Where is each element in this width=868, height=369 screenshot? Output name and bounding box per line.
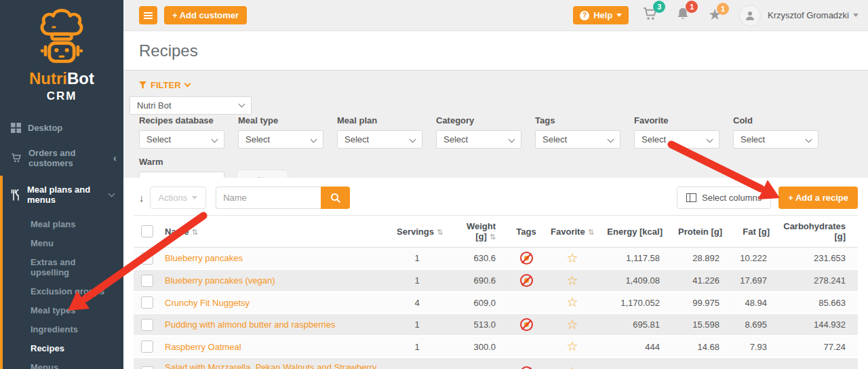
filter-label: Favorite <box>634 115 719 125</box>
sidebar-item-label: Desktop <box>28 123 117 133</box>
hamburger-icon <box>144 12 153 14</box>
recipe-name-link[interactable]: Salad with Mozzarella, Pekan Walnuts and… <box>165 362 376 369</box>
sidebar-subitem-recipes[interactable]: Recipes <box>3 339 123 358</box>
row-checkbox[interactable] <box>141 296 153 309</box>
table-toolbar: ↓ Actions Select columns + Add a rec <box>134 187 858 209</box>
cold-select[interactable]: Select <box>733 130 818 149</box>
search-button[interactable] <box>321 187 350 209</box>
user-menu[interactable]: Krzysztof Gromadzki <box>768 10 859 20</box>
sidebar-item-label: Meal plans and menus <box>27 184 102 205</box>
bell-notifications-button[interactable]: 1 <box>675 6 690 24</box>
weight-cell: 609.0 <box>441 292 507 313</box>
sidebar-subitem-meal-plans[interactable]: Meal plans <box>3 215 123 234</box>
table-row: Pudding with almond butter and raspberri… <box>134 313 858 336</box>
meal-plan-select[interactable]: Select <box>337 130 422 149</box>
weight-cell: 690.6 <box>441 269 507 292</box>
tags-cell <box>507 248 546 270</box>
fat-cell: 7.93 <box>726 336 774 357</box>
meal-type-select[interactable]: Select <box>238 130 323 149</box>
filter-label: Tags <box>535 115 620 125</box>
filter-panel: FILTER Nutri Bot Recipes database Select… <box>123 71 868 178</box>
workspace-select[interactable]: Nutri Bot <box>130 96 252 115</box>
sidebar-subitem-label: Menu <box>31 238 54 248</box>
favorite-star-icon[interactable]: ☆ <box>566 251 578 265</box>
favorite-cell: ☆ <box>546 336 599 357</box>
column-header-servings[interactable]: Servings⇅ <box>393 216 441 248</box>
sidebar-subitem-exclusion-groups[interactable]: Exclusion groups <box>3 282 123 301</box>
recipe-name-link[interactable]: Crunchy Fit Nuggetsy <box>165 298 250 308</box>
recipe-name-link[interactable]: Pudding with almond butter and raspberri… <box>165 319 335 330</box>
row-checkbox[interactable] <box>141 319 153 331</box>
search-group <box>216 187 350 209</box>
user-avatar[interactable] <box>739 5 761 26</box>
sidebar-subitem-ingredients[interactable]: Ingredients <box>3 320 123 339</box>
sidebar-active-section: Meal plans and menus Meal plansMenuExtra… <box>0 176 123 369</box>
sidebar: NutriBot CRM Desktop Orders and customer… <box>0 0 123 369</box>
tags-select[interactable]: Select <box>535 130 620 149</box>
sidebar-subitem-menus[interactable]: Menus <box>3 358 123 369</box>
title-bar: Recipes <box>123 31 868 71</box>
recipe-name-link[interactable]: Raspberry Oatmeal <box>165 342 241 352</box>
sidebar-item-meal-plans-menus[interactable]: Meal plans and menus <box>3 177 123 212</box>
row-checkbox[interactable] <box>141 366 153 369</box>
question-icon: ? <box>580 11 589 20</box>
protein-cell: 15.598 <box>667 313 726 336</box>
servings-cell: 1 <box>393 248 441 270</box>
hamburger-menu-button[interactable] <box>139 6 157 24</box>
sidebar-subitem-meal-types[interactable]: Meal types <box>3 301 123 320</box>
carbs-cell: 144.932 <box>774 313 858 336</box>
recipes-database-select[interactable]: Select <box>139 130 224 149</box>
favorite-select[interactable]: Select <box>634 130 719 149</box>
sidebar-subitem-extras-and-upselling[interactable]: Extras and upselling <box>3 253 123 282</box>
select-all-checkbox[interactable] <box>141 225 153 237</box>
cart-notifications-button[interactable]: 3 <box>642 6 658 24</box>
row-checkbox[interactable] <box>141 341 153 353</box>
add-recipe-button[interactable]: + Add a recipe <box>778 187 858 209</box>
recipe-name-link[interactable]: Blueberry pancakes (vegan) <box>165 275 275 286</box>
favorite-star-icon[interactable]: ☆ <box>566 365 578 369</box>
search-input[interactable] <box>216 187 321 209</box>
favorite-star-icon[interactable]: ☆ <box>566 295 578 309</box>
select-columns-button[interactable]: Select columns <box>677 187 771 209</box>
column-header-name[interactable]: Name⇅ <box>161 216 393 248</box>
chevron-down-icon <box>108 191 115 197</box>
weight-cell: 300.0 <box>441 336 507 357</box>
sort-order-icon[interactable]: ↓ <box>139 192 144 203</box>
favorite-star-icon[interactable]: ☆ <box>566 317 578 332</box>
add-customer-button[interactable]: + Add customer <box>164 6 247 24</box>
filter-label: Category <box>436 115 521 125</box>
sidebar-item-desktop[interactable]: Desktop <box>0 115 123 140</box>
dietary-restriction-icon <box>520 318 533 331</box>
favorite-cell: ☆ <box>546 357 599 369</box>
nutribot-logo-icon <box>29 4 94 66</box>
category-select[interactable]: Select <box>436 130 521 149</box>
favorites-notifications-button[interactable]: ★ 1 <box>708 8 722 22</box>
column-header-fat-g: Fat [g] <box>726 216 774 248</box>
column-header-weight-g[interactable]: Weight [g]⇅ <box>441 216 507 248</box>
dietary-restriction-icon <box>520 366 533 369</box>
favorite-star-icon[interactable]: ☆ <box>566 273 578 288</box>
cart-badge: 3 <box>653 1 665 13</box>
actions-button[interactable]: Actions <box>150 187 207 209</box>
help-button[interactable]: ? Help <box>573 6 629 24</box>
protein-cell: 99.975 <box>667 292 726 313</box>
favorite-star-icon[interactable]: ☆ <box>566 339 578 353</box>
sidebar-subitem-menu[interactable]: Menu <box>3 234 123 253</box>
carbs-cell: 231.653 <box>774 248 858 270</box>
servings-cell: 4 <box>393 292 441 313</box>
search-icon <box>330 193 341 203</box>
weight-cell: 513.0 <box>441 313 507 336</box>
sidebar-subitem-label: Recipes <box>31 343 64 353</box>
row-checkbox[interactable] <box>141 252 153 265</box>
recipe-name-link[interactable]: Blueberry pancakes <box>165 253 243 263</box>
columns-icon <box>686 193 696 202</box>
column-header-favorite[interactable]: Favorite⇅ <box>546 216 599 248</box>
favorite-cell: ☆ <box>546 269 599 292</box>
bell-badge: 1 <box>686 1 698 13</box>
sidebar-item-orders-customers[interactable]: Orders and customers ‹ <box>0 140 123 176</box>
filter-fields-row: Recipes database Select Meal type Select… <box>139 115 859 149</box>
row-checkbox[interactable] <box>141 275 153 287</box>
filter-toggle[interactable]: FILTER <box>139 80 200 90</box>
plus-icon: + <box>788 193 793 203</box>
page-title: Recipes <box>139 41 198 60</box>
